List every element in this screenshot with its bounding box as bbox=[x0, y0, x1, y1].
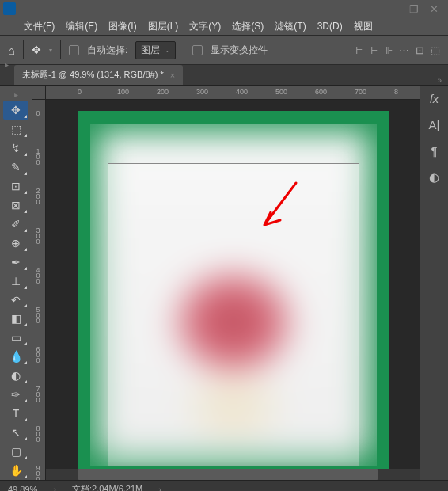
menu-edit[interactable]: 编辑(E) bbox=[66, 20, 97, 33]
stamp-tool[interactable]: ⊥ bbox=[3, 272, 28, 291]
show-transform-label: 显示变换控件 bbox=[211, 44, 268, 57]
ruler-tick: 500 bbox=[34, 306, 42, 322]
ruler-tick: 500 bbox=[275, 88, 287, 96]
document-tab[interactable]: 未标题-1 @ 49.9% (1314, RGB/8#) * × bbox=[14, 65, 183, 85]
ruler-tick: 400 bbox=[34, 266, 42, 283]
crop-tool[interactable]: ⊡ bbox=[3, 177, 28, 196]
menu-type[interactable]: 文字(Y) bbox=[189, 20, 221, 33]
ruler-tick: 700 bbox=[34, 385, 42, 402]
align-center-icon[interactable]: ⊩ bbox=[369, 44, 378, 56]
layer-select-label: 图层 bbox=[141, 44, 160, 57]
chevron-right-icon[interactable]: › bbox=[158, 485, 161, 492]
history-brush-tool[interactable]: ↶ bbox=[3, 291, 28, 310]
status-bar: 49.89% › 文档:2.04M/6.21M › bbox=[0, 480, 448, 491]
show-transform-checkbox[interactable] bbox=[192, 45, 203, 55]
chevron-down-icon[interactable]: ▾ bbox=[49, 47, 52, 54]
options-bar: ⌂ ✥ ▾ 自动选择: 图层 ⌄ 显示变换控件 ⊫ ⊩ ⊪ ⋯ ⊡ ⬚ bbox=[0, 35, 448, 65]
dodge-tool[interactable]: ◐ bbox=[3, 366, 28, 385]
quick-select-tool[interactable]: ✎ bbox=[3, 158, 28, 177]
ruler-tick: 0 bbox=[34, 109, 42, 115]
ruler-tick: 600 bbox=[315, 88, 327, 96]
path-select-tool[interactable]: ↖ bbox=[3, 423, 28, 442]
eyedropper-tool[interactable]: ✐ bbox=[3, 215, 28, 234]
close-button[interactable]: ✕ bbox=[430, 3, 439, 15]
ruler-tick: 200 bbox=[34, 187, 42, 204]
move-tool-icon[interactable]: ✥ bbox=[32, 44, 41, 56]
ruler-tick: 300 bbox=[34, 226, 42, 243]
character-panel-icon[interactable]: A| bbox=[429, 118, 440, 131]
home-icon[interactable]: ⌂ bbox=[8, 44, 15, 57]
blur-tool[interactable]: 💧 bbox=[3, 347, 28, 366]
toolbar: ▸ ✥ ⬚ ↯ ✎ ⊡ ⊠ ✐ ⊕ ✒ ⊥ ↶ ◧ ▭ 💧 ◐ ✑ T ↖ ▢ … bbox=[0, 86, 32, 480]
drag-handle-icon[interactable]: ▸ bbox=[14, 90, 18, 99]
more-icon[interactable]: ⊡ bbox=[416, 44, 424, 56]
ruler-tick: 200 bbox=[157, 88, 169, 96]
ruler-tick: 700 bbox=[355, 88, 366, 96]
type-tool[interactable]: T bbox=[3, 404, 28, 423]
drag-handle-icon[interactable]: ▸ bbox=[5, 60, 9, 69]
pen-tool[interactable]: ✑ bbox=[3, 385, 28, 404]
ruler-tick: 100 bbox=[34, 147, 42, 164]
selection-frame[interactable] bbox=[108, 163, 359, 466]
marquee-tool[interactable]: ⬚ bbox=[3, 120, 28, 139]
fx-panel-icon[interactable]: fx bbox=[430, 92, 439, 105]
ruler-horizontal[interactable]: 0 100 200 300 400 500 600 700 8 bbox=[46, 86, 420, 100]
chevron-right-icon[interactable]: › bbox=[53, 485, 56, 492]
menu-bar: 文件(F) 编辑(E) 图像(I) 图层(L) 文字(Y) 选择(S) 滤镜(T… bbox=[0, 17, 448, 35]
ruler-tick: 600 bbox=[34, 345, 42, 362]
ruler-tick: 8 bbox=[394, 88, 398, 96]
lasso-tool[interactable]: ↯ bbox=[3, 139, 28, 158]
zoom-level[interactable]: 49.89% bbox=[8, 485, 37, 492]
menu-view[interactable]: 视图 bbox=[354, 20, 373, 33]
app-icon bbox=[3, 2, 16, 15]
align-left-icon[interactable]: ⊫ bbox=[354, 44, 363, 56]
menu-image[interactable]: 图像(I) bbox=[108, 20, 136, 33]
menu-select[interactable]: 选择(S) bbox=[232, 20, 264, 33]
eraser-tool[interactable]: ◧ bbox=[3, 309, 28, 328]
paragraph-panel-icon[interactable]: ¶ bbox=[431, 144, 437, 158]
panel-dock: fx A| ¶ ◐ bbox=[420, 86, 448, 480]
shape-tool[interactable]: ▢ bbox=[3, 442, 28, 461]
gradient-tool[interactable]: ▭ bbox=[3, 328, 28, 347]
auto-select-checkbox[interactable] bbox=[69, 45, 79, 55]
minimize-button[interactable]: — bbox=[388, 3, 398, 15]
menu-file[interactable]: 文件(F) bbox=[24, 20, 55, 33]
menu-filter[interactable]: 滤镜(T) bbox=[275, 20, 306, 33]
distribute-icon[interactable]: ⋯ bbox=[399, 44, 409, 56]
align-right-icon[interactable]: ⊪ bbox=[384, 44, 393, 56]
document-canvas[interactable] bbox=[78, 111, 389, 478]
hand-tool[interactable]: ✋ bbox=[3, 461, 28, 480]
tab-title: 未标题-1 @ 49.9% (1314, RGB/8#) * bbox=[22, 69, 164, 81]
adjustments-panel-icon[interactable]: ◐ bbox=[429, 170, 439, 185]
canvas-area[interactable]: 0 100 200 300 400 500 600 700 8 0 100 20… bbox=[32, 86, 420, 480]
doc-size[interactable]: 文档:2.04M/6.21M bbox=[72, 483, 142, 491]
scrollbar-horizontal[interactable] bbox=[46, 469, 420, 480]
auto-select-label: 自动选择: bbox=[87, 44, 127, 57]
chevron-down-icon: ⌄ bbox=[165, 47, 170, 54]
brush-tool[interactable]: ✒ bbox=[3, 253, 28, 272]
ruler-tick: 400 bbox=[236, 88, 248, 96]
ruler-tick: 300 bbox=[196, 88, 208, 96]
move-tool[interactable]: ✥ bbox=[3, 101, 28, 120]
menu-layer[interactable]: 图层(L) bbox=[148, 20, 179, 33]
maximize-button[interactable]: ❐ bbox=[409, 3, 419, 15]
ruler-tick: 800 bbox=[34, 424, 42, 441]
ruler-tick: 0 bbox=[78, 88, 82, 96]
ruler-corner[interactable] bbox=[32, 86, 46, 100]
healing-tool[interactable]: ⊕ bbox=[3, 234, 28, 253]
close-tab-icon[interactable]: × bbox=[170, 70, 175, 80]
layer-select[interactable]: 图层 ⌄ bbox=[135, 41, 176, 59]
menu-3d[interactable]: 3D(D) bbox=[317, 21, 343, 32]
ruler-vertical[interactable]: 0 100 200 300 400 500 600 700 800 900 bbox=[32, 100, 46, 480]
tab-overflow-icon[interactable]: » bbox=[437, 76, 448, 85]
ruler-tick: 100 bbox=[117, 88, 129, 96]
ruler-tick: 900 bbox=[34, 464, 42, 480]
frame-tool[interactable]: ⊠ bbox=[3, 196, 28, 215]
3d-icon[interactable]: ⬚ bbox=[431, 44, 440, 56]
